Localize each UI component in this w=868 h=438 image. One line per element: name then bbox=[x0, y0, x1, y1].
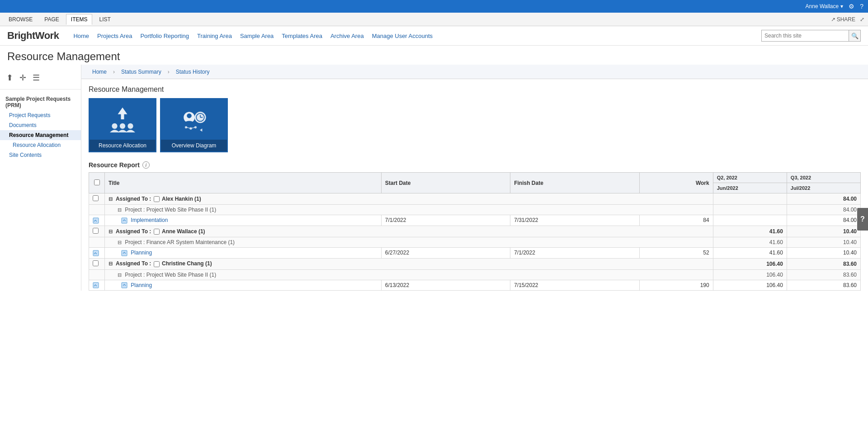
page-title-area: Resource Management bbox=[0, 46, 868, 65]
group-q2-total: 41.60 bbox=[713, 226, 787, 237]
group-collapse-icon[interactable]: ⊟ bbox=[108, 196, 113, 202]
proj-q3-total: 83.60 bbox=[787, 269, 860, 280]
proj-checkbox-cell bbox=[89, 205, 105, 215]
share-button[interactable]: ↗ SHARE bbox=[831, 16, 855, 23]
group-row: ⊟ Assigned To : Anne Wallace (1) 41.60 1… bbox=[89, 226, 861, 237]
proj-q2-total bbox=[713, 205, 787, 215]
proj-q2-total: 106.40 bbox=[713, 269, 787, 280]
sidebar-move-icon[interactable]: ✛ bbox=[19, 72, 27, 84]
task-finish-date: 7/1/2022 bbox=[510, 247, 639, 258]
group-collapse-icon[interactable]: ⊟ bbox=[108, 261, 113, 266]
svg-marker-15 bbox=[200, 128, 202, 132]
resource-table: Title Start Date Finish Date Work Q2, 20… bbox=[89, 172, 861, 291]
task-link[interactable]: Implementation bbox=[131, 217, 168, 223]
proj-collapse-icon[interactable]: ⊟ bbox=[118, 207, 122, 212]
nav-portfolio[interactable]: Portfolio Reporting bbox=[140, 33, 189, 39]
group-assigned-label: ⊟ Assigned To : Christine Chang (1) bbox=[105, 258, 713, 269]
sub-nav-status-summary[interactable]: Status Summary bbox=[118, 66, 165, 78]
tile-resource-allocation-icon-area bbox=[90, 99, 156, 140]
task-row: Planning 6/13/2022 7/15/2022 190 106.40 … bbox=[89, 280, 861, 291]
group-collapse-icon[interactable]: ⊟ bbox=[108, 229, 113, 234]
main-nav: Home Projects Area Portfolio Reporting T… bbox=[73, 33, 750, 39]
search-button[interactable]: 🔍 bbox=[849, 30, 860, 41]
settings-icon[interactable]: ⚙ bbox=[849, 3, 854, 10]
nav-projects[interactable]: Projects Area bbox=[97, 33, 132, 39]
logo-text: BrightWork bbox=[7, 30, 59, 41]
help-button[interactable]: ? bbox=[857, 208, 868, 231]
th-q3: Q3, 2022 bbox=[787, 173, 860, 183]
task-finish-date: 7/31/2022 bbox=[510, 215, 639, 226]
sidebar-item-project-requests[interactable]: Project Requests bbox=[0, 110, 81, 120]
task-link[interactable]: Planning bbox=[131, 250, 152, 256]
user-dropdown-icon: ▾ bbox=[840, 3, 843, 9]
select-all-checkbox[interactable] bbox=[94, 179, 100, 185]
proj-collapse-icon[interactable]: ⊟ bbox=[118, 272, 122, 278]
logo[interactable]: BrightWork bbox=[7, 30, 59, 42]
task-q2: 41.60 bbox=[713, 247, 787, 258]
group-name-checkbox[interactable] bbox=[154, 229, 160, 235]
ribbon-tab-browse[interactable]: BROWSE bbox=[4, 14, 38, 25]
svg-rect-21 bbox=[122, 283, 127, 288]
header: BrightWork Home Projects Area Portfolio … bbox=[0, 26, 868, 46]
task-title-cell: Implementation bbox=[105, 215, 382, 226]
expand-icon[interactable]: ⤢ bbox=[860, 16, 864, 23]
proj-name-label: ⊟ Project : Finance AR System Maintenanc… bbox=[105, 237, 713, 247]
group-row: ⊟ Assigned To : Christine Chang (1) 106.… bbox=[89, 258, 861, 269]
task-start-date: 7/1/2022 bbox=[381, 215, 510, 226]
ribbon-tab-list[interactable]: LIST bbox=[94, 14, 115, 25]
user-menu[interactable]: Anne Wallace ▾ bbox=[806, 3, 844, 9]
task-work: 84 bbox=[639, 215, 713, 226]
sub-nav-sep-1: › bbox=[112, 69, 116, 75]
sidebar-item-resource-management[interactable]: Resource Management bbox=[0, 130, 81, 140]
nav-training[interactable]: Training Area bbox=[197, 33, 232, 39]
tile-overview-diagram-icon-area bbox=[161, 99, 227, 140]
help-icon[interactable]: ? bbox=[860, 3, 863, 10]
proj-collapse-icon[interactable]: ⊟ bbox=[118, 240, 122, 245]
tile-resource-allocation[interactable]: Resource Allocation bbox=[89, 98, 156, 152]
sub-nav-sep-2: › bbox=[167, 69, 170, 75]
nav-home[interactable]: Home bbox=[73, 33, 89, 39]
group-name-checkbox[interactable] bbox=[154, 196, 160, 202]
sidebar-item-documents[interactable]: Documents bbox=[0, 120, 81, 130]
sidebar-item-resource-allocation[interactable]: Resource Allocation bbox=[0, 140, 81, 150]
tiles-section-title: Resource Management bbox=[81, 79, 868, 98]
group-assigned-label: ⊟ Assigned To : Alex Hankin (1) bbox=[105, 193, 713, 205]
sidebar-upload-icon[interactable]: ⬆ bbox=[5, 72, 14, 84]
sidebar-item-site-contents[interactable]: Site Contents bbox=[0, 150, 81, 160]
sidebar-list-icon[interactable]: ☰ bbox=[32, 72, 41, 84]
group-checkbox[interactable] bbox=[93, 195, 99, 201]
group-checkbox[interactable] bbox=[93, 260, 99, 266]
group-checkbox-cell bbox=[89, 193, 105, 205]
ribbon-tab-items[interactable]: ITEMS bbox=[66, 14, 93, 25]
task-q2: 106.40 bbox=[713, 280, 787, 291]
page-title: Resource Management bbox=[7, 50, 861, 63]
project-row: ⊟ Project : Project Web Site Phase II (1… bbox=[89, 205, 861, 215]
group-assigned-label: ⊟ Assigned To : Anne Wallace (1) bbox=[105, 226, 713, 237]
nav-sample[interactable]: Sample Area bbox=[240, 33, 274, 39]
th-q3-month: Jul/2022 bbox=[787, 183, 860, 193]
task-row: Planning 6/27/2022 7/1/2022 52 41.60 10.… bbox=[89, 247, 861, 258]
search-box: 🔍 bbox=[761, 30, 861, 42]
group-name-checkbox[interactable] bbox=[154, 261, 160, 267]
group-checkbox[interactable] bbox=[93, 228, 99, 234]
nav-archive[interactable]: Archive Area bbox=[330, 33, 364, 39]
ribbon-tab-page[interactable]: PAGE bbox=[39, 14, 64, 25]
report-info-icon[interactable]: i bbox=[142, 161, 150, 169]
task-link[interactable]: Planning bbox=[131, 282, 152, 288]
task-edit-icon bbox=[121, 217, 127, 224]
proj-q3-total: 84.00 bbox=[787, 205, 860, 215]
resource-allocation-tile-icon bbox=[107, 104, 138, 135]
task-q2 bbox=[713, 215, 787, 226]
sub-nav-status-history[interactable]: Status History bbox=[172, 66, 213, 78]
tile-overview-diagram[interactable]: Overview Diagram bbox=[160, 98, 228, 152]
search-input[interactable] bbox=[762, 32, 849, 40]
project-row: ⊟ Project : Project Web Site Phase II (1… bbox=[89, 269, 861, 280]
th-title: Title bbox=[105, 173, 382, 193]
sub-nav-home[interactable]: Home bbox=[89, 66, 110, 78]
nav-manage-users[interactable]: Manage User Accounts bbox=[372, 33, 433, 39]
svg-point-5 bbox=[187, 113, 192, 118]
top-bar: Anne Wallace ▾ ⚙ ? bbox=[0, 0, 868, 13]
svg-point-3 bbox=[127, 123, 133, 129]
nav-templates[interactable]: Templates Area bbox=[282, 33, 322, 39]
group-q3-total: 10.40 bbox=[787, 226, 860, 237]
